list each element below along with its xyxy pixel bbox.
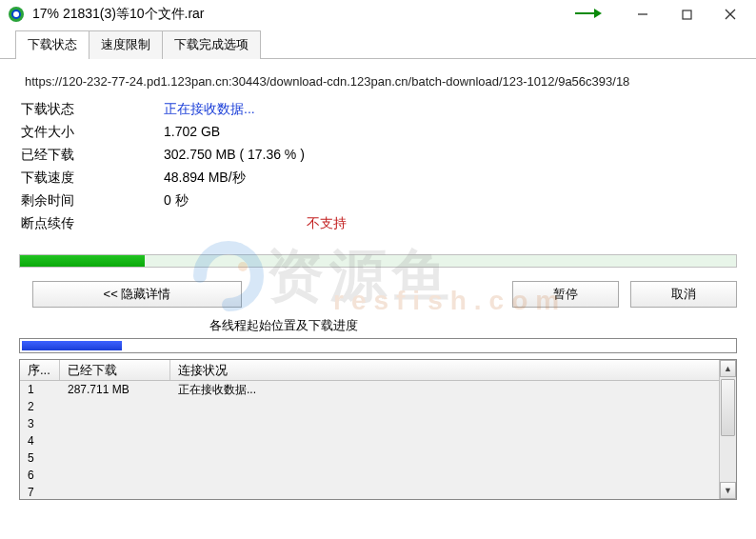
threads-section-title: 各线程起始位置及下载进度 xyxy=(0,313,756,338)
downloaded-label: 已经下载 xyxy=(21,147,164,164)
cancel-button[interactable]: 取消 xyxy=(630,281,737,308)
table-row[interactable]: 7 xyxy=(20,484,719,499)
download-url: https://120-232-77-24.pd1.123pan.cn:3044… xyxy=(21,69,737,98)
scroll-thumb[interactable] xyxy=(721,379,735,436)
svg-rect-6 xyxy=(683,10,691,19)
tab-bar: 下载状态 速度限制 下载完成选项 xyxy=(0,29,756,59)
resume-value: 不支持 xyxy=(307,215,347,232)
resume-label: 断点续传 xyxy=(21,215,164,232)
maximize-button[interactable] xyxy=(665,0,708,29)
col-header-status[interactable]: 连接状况 xyxy=(170,360,736,380)
tab-speed-limit[interactable]: 速度限制 xyxy=(89,30,163,59)
status-label: 下载状态 xyxy=(21,101,164,118)
minimize-button[interactable] xyxy=(621,0,665,29)
table-row[interactable]: 2 xyxy=(20,398,719,415)
table-row[interactable]: 4 xyxy=(20,432,719,449)
speed-label: 下载速度 xyxy=(21,170,164,187)
cell-num: 5 xyxy=(20,451,60,465)
cell-num: 1 xyxy=(20,383,60,396)
thread-table: 序... 已经下载 连接状况 1 287.711 MB 正在接收数据... 2 … xyxy=(19,359,737,500)
button-row: << 隐藏详情 暂停 取消 xyxy=(0,277,756,313)
scroll-down-icon[interactable]: ▼ xyxy=(720,482,736,499)
svg-marker-4 xyxy=(594,9,602,18)
pause-button[interactable]: 暂停 xyxy=(512,281,619,308)
idm-app-icon xyxy=(8,6,25,23)
cell-num: 2 xyxy=(20,400,60,413)
tab-on-complete[interactable]: 下载完成选项 xyxy=(162,30,261,59)
table-row[interactable]: 6 xyxy=(20,467,719,484)
main-progress-bar xyxy=(19,254,737,268)
thread-table-scrollbar[interactable]: ▲ ▼ xyxy=(719,360,736,499)
thread-table-body: 1 287.711 MB 正在接收数据... 2 3 4 5 6 xyxy=(20,381,719,499)
remaining-label: 剩余时间 xyxy=(21,192,164,210)
threads-position-fill xyxy=(22,341,122,350)
threads-position-bar xyxy=(19,338,737,353)
titlebar: 17% 21831(3)等10个文件.rar xyxy=(0,0,756,29)
downloaded-value: 302.750 MB ( 17.36 % ) xyxy=(164,147,305,162)
table-row[interactable]: 1 287.711 MB 正在接收数据... xyxy=(20,381,719,398)
info-panel: https://120-232-77-24.pd1.123pan.cn:3044… xyxy=(0,59,756,243)
col-header-number[interactable]: 序... xyxy=(20,360,60,380)
cell-status: 正在接收数据... xyxy=(170,382,719,398)
filesize-value: 1.702 GB xyxy=(164,124,220,139)
cell-num: 3 xyxy=(20,417,60,430)
close-button[interactable] xyxy=(708,0,752,29)
thread-table-header: 序... 已经下载 连接状况 xyxy=(20,360,736,381)
remaining-value: 0 秒 xyxy=(164,192,189,210)
filesize-label: 文件大小 xyxy=(21,124,164,141)
tab-download-status[interactable]: 下载状态 xyxy=(15,30,90,59)
window-title: 17% 21831(3)等10个文件.rar xyxy=(32,6,205,23)
main-progress-fill xyxy=(20,255,145,267)
cell-num: 6 xyxy=(20,469,60,482)
table-row[interactable]: 3 xyxy=(20,415,719,432)
cell-downloaded: 287.711 MB xyxy=(60,383,170,396)
status-value: 正在接收数据... xyxy=(164,101,255,118)
transfer-arrow-icon xyxy=(575,8,602,22)
scroll-up-icon[interactable]: ▲ xyxy=(720,360,736,377)
col-header-downloaded[interactable]: 已经下载 xyxy=(60,360,170,380)
cell-num: 7 xyxy=(20,486,60,499)
hide-details-button[interactable]: << 隐藏详情 xyxy=(32,281,242,308)
speed-value: 48.894 MB/秒 xyxy=(164,170,246,187)
cell-num: 4 xyxy=(20,434,60,448)
table-row[interactable]: 5 xyxy=(20,449,719,467)
